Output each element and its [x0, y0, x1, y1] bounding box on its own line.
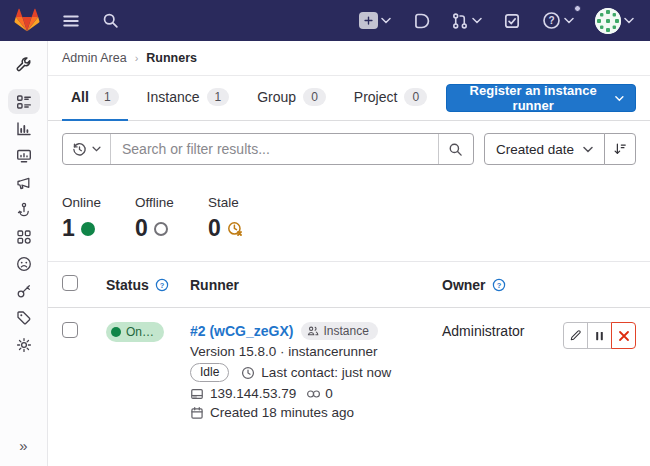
avatar [595, 8, 621, 34]
sidebar-item-labels[interactable] [0, 304, 47, 331]
megaphone-icon [16, 175, 32, 191]
sidebar-item-overview[interactable] [0, 88, 47, 115]
issues-button[interactable] [408, 8, 434, 34]
runners-table-header: Status ? Runner Owner ? [48, 262, 650, 308]
stat-offline: Offline 0 [135, 195, 177, 240]
tab-instance[interactable]: Instance 1 [138, 76, 239, 121]
runner-created: Created 18 minutes ago [210, 405, 354, 420]
overview-icon [16, 94, 32, 110]
tab-count-badge: 0 [303, 88, 326, 106]
notification-dot [574, 5, 581, 12]
tab-count-badge: 1 [207, 88, 230, 106]
help-question-icon: ? [542, 11, 561, 30]
column-owner: Owner [442, 277, 486, 293]
edit-runner-button[interactable] [563, 322, 588, 349]
new-menu-button[interactable] [355, 8, 395, 33]
runner-jobs-link[interactable]: 0 [306, 386, 333, 401]
sort-descending-icon [613, 142, 627, 156]
status-help-button[interactable]: ? [155, 278, 169, 292]
delete-runner-button[interactable] [611, 322, 636, 349]
sidebar-item-admin-area[interactable] [0, 48, 47, 81]
jobs-count: 0 [325, 386, 333, 401]
wrench-icon [15, 56, 32, 73]
search-submit-button[interactable] [438, 134, 473, 164]
offline-status-icon [154, 222, 168, 236]
help-question-icon: ? [155, 278, 169, 292]
todos-button[interactable] [499, 8, 525, 34]
sidebar-item-settings[interactable] [0, 331, 47, 358]
stat-label: Online [62, 195, 104, 210]
runner-type-tabs: All 1 Instance 1 Group 0 Project 0 Regis… [48, 76, 650, 121]
svg-text:?: ? [160, 280, 165, 289]
sort-direction-button[interactable] [604, 133, 636, 165]
instance-type-badge: Instance [301, 322, 377, 340]
breadcrumb-admin-area[interactable]: Admin Area [62, 51, 127, 65]
online-status-icon [81, 222, 95, 236]
expand-sidebar-button[interactable]: » [0, 434, 47, 456]
history-icon [72, 142, 87, 157]
stat-label: Offline [135, 195, 177, 210]
help-menu-button[interactable]: ? [538, 7, 578, 34]
tab-label: Project [354, 89, 398, 105]
tab-label: Group [257, 89, 296, 105]
sidebar-item-monitoring[interactable] [0, 142, 47, 169]
select-all-checkbox[interactable] [62, 275, 78, 291]
apps-grid-icon [16, 229, 32, 245]
chevron-down-icon [615, 95, 624, 102]
sidebar-item-deploy-keys[interactable] [0, 277, 47, 304]
last-contact: Last contact: just now [261, 365, 391, 380]
main-content: Admin Area › Runners All 1 Instance 1 Gr… [48, 41, 650, 466]
double-chevron-right-icon: » [19, 437, 27, 454]
sidebar-item-analytics[interactable] [0, 115, 47, 142]
tab-project[interactable]: Project 0 [345, 76, 436, 121]
chevron-down-icon [381, 17, 391, 24]
stat-value: 0 [135, 217, 148, 240]
search-input[interactable] [111, 134, 438, 164]
search-history-button[interactable] [63, 134, 111, 164]
tab-count-badge: 0 [404, 88, 427, 106]
runner-ip-address: 139.144.53.79 [210, 386, 296, 401]
chevron-down-icon [472, 17, 482, 24]
merge-requests-button[interactable] [447, 8, 486, 34]
runner-actions [558, 322, 636, 349]
owner-help-button[interactable]: ? [492, 278, 506, 292]
runner-stats: Online 1 Offline 0 Stale 0 [48, 177, 650, 262]
sidebar-item-system-hooks[interactable] [0, 196, 47, 223]
server-ip-icon [190, 387, 204, 401]
type-badge-label: Instance [323, 324, 368, 338]
svg-text:?: ? [496, 280, 501, 289]
sidebar-item-messages[interactable] [0, 169, 47, 196]
gitlab-logo[interactable] [10, 4, 44, 37]
plus-icon [359, 12, 378, 29]
user-menu-button[interactable] [591, 4, 638, 38]
hamburger-menu-button[interactable] [58, 8, 84, 34]
owner-link[interactable]: Administrator [442, 323, 524, 339]
search-icon [448, 142, 463, 157]
close-x-icon [618, 330, 630, 342]
online-status-badge: Online [106, 322, 164, 342]
sidebar-item-applications[interactable] [0, 223, 47, 250]
pause-runner-button[interactable] [587, 322, 612, 349]
search-icon [102, 12, 119, 29]
tab-label: All [71, 89, 89, 105]
register-instance-runner-button[interactable]: Register an instance runner [446, 84, 636, 112]
select-row-checkbox[interactable] [62, 322, 78, 338]
tanuki-icon [14, 8, 40, 33]
tab-group[interactable]: Group 0 [248, 76, 335, 121]
stat-stale: Stale 0 [208, 195, 250, 240]
bar-chart-icon [16, 121, 32, 137]
monitor-icon [16, 148, 32, 164]
sidebar-item-abuse-reports[interactable] [0, 250, 47, 277]
issues-icon [412, 12, 430, 30]
tab-all[interactable]: All 1 [62, 76, 128, 121]
global-search-button[interactable] [98, 8, 123, 33]
runner-link[interactable]: #2 (wCG_zeGX) [190, 323, 293, 339]
sort-controls: Created date [484, 133, 636, 165]
sort-by-dropdown[interactable]: Created date [484, 133, 605, 165]
clock-icon [241, 366, 255, 380]
idle-badge: Idle [190, 363, 229, 382]
filter-bar: Created date [48, 121, 650, 177]
top-navbar: ? [0, 0, 650, 41]
filtered-search [62, 133, 474, 165]
admin-sidebar: » [0, 41, 48, 466]
